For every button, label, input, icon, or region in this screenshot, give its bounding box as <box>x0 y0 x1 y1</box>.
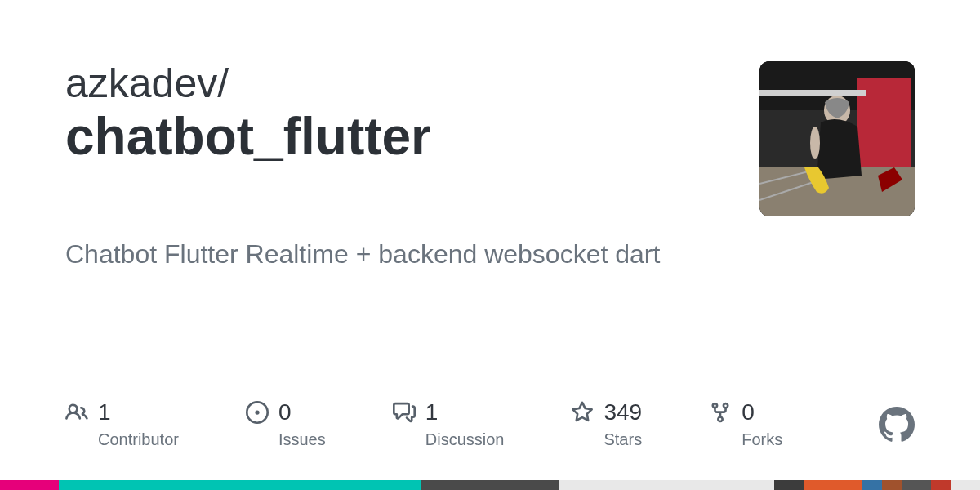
contributors-label: Contributor <box>98 430 179 449</box>
language-segment <box>0 480 59 490</box>
avatar[interactable] <box>760 61 915 216</box>
language-color-bar <box>0 480 980 490</box>
svg-rect-3 <box>760 90 866 96</box>
svg-point-8 <box>810 127 820 159</box>
language-segment <box>931 480 951 490</box>
contributors-value: 1 <box>98 399 111 425</box>
forks-value: 0 <box>742 399 755 425</box>
language-segment <box>862 480 882 490</box>
stat-forks[interactable]: 0 Forks <box>709 399 782 449</box>
forks-label: Forks <box>742 430 782 449</box>
repo-owner[interactable]: azkadev/ <box>65 61 727 106</box>
stat-issues[interactable]: 0 Issues <box>246 399 326 449</box>
language-segment <box>774 480 804 490</box>
star-icon <box>571 401 594 424</box>
stars-value: 349 <box>604 399 642 425</box>
people-icon <box>65 401 88 424</box>
language-segment <box>951 480 980 490</box>
stats-row: 1 Contributor 0 Issues 1 Discussion <box>65 399 915 449</box>
discussions-value: 1 <box>425 399 439 425</box>
discussions-label: Discussion <box>425 430 505 449</box>
stars-label: Stars <box>604 430 642 449</box>
github-logo-icon[interactable] <box>879 407 915 443</box>
repo-description: Chatbot Flutter Realtime + backend webso… <box>65 239 915 270</box>
repo-name[interactable]: chatbot_flutter <box>65 108 727 165</box>
language-segment <box>559 480 774 490</box>
language-segment <box>882 480 902 490</box>
language-segment <box>804 480 862 490</box>
stat-stars[interactable]: 349 Stars <box>571 399 642 449</box>
stat-contributors[interactable]: 1 Contributor <box>65 399 179 449</box>
discussion-icon <box>393 401 416 424</box>
language-segment <box>421 480 559 490</box>
issues-value: 0 <box>278 399 292 425</box>
fork-icon <box>709 401 732 424</box>
language-segment <box>59 480 421 490</box>
stat-discussions[interactable]: 1 Discussion <box>393 399 505 449</box>
issue-icon <box>246 401 269 424</box>
language-segment <box>902 480 931 490</box>
issues-label: Issues <box>278 430 326 449</box>
